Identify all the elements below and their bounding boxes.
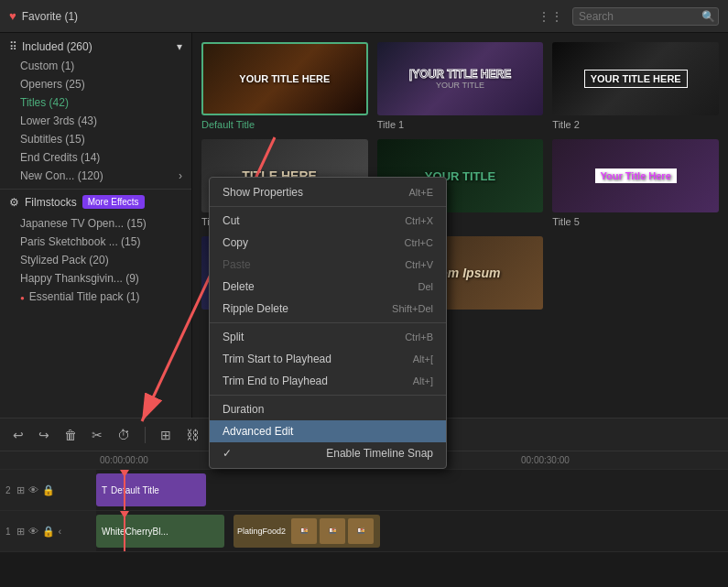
ctx-duration[interactable]: Duration	[210, 398, 446, 420]
ctx-delete[interactable]: Delete Del	[210, 276, 446, 298]
thumb-text-1: YOUR TITLE HERE	[235, 70, 333, 88]
ctx-cut[interactable]: Cut Ctrl+X	[210, 210, 446, 232]
grid-icon: ⋮⋮	[538, 9, 563, 24]
ctx-trim-start-shortcut: Alt+[	[413, 353, 433, 364]
thumb-preview-1: YOUR TITLE HERE	[201, 42, 368, 115]
sidebar-item-custom[interactable]: Custom (1)	[0, 57, 191, 75]
ctx-ripple-delete[interactable]: Ripple Delete Shift+Del	[210, 298, 446, 320]
track-2-eye-icon[interactable]: 👁	[28, 484, 38, 495]
ctx-advanced-edit[interactable]: Advanced Edit	[210, 420, 446, 442]
ctx-delete-shortcut: Del	[418, 281, 433, 292]
sidebar-item-endcredits[interactable]: End Credits (14)	[0, 148, 191, 167]
ctx-delete-label: Delete	[223, 280, 255, 293]
thumb-label-3: Title 2	[552, 119, 719, 130]
filmstock-paris[interactable]: Paris Sketchbook ... (15)	[0, 233, 191, 251]
ctx-paste-shortcut: Ctrl+V	[405, 259, 433, 270]
search-input[interactable]	[579, 10, 698, 23]
redo-button[interactable]: ↪	[35, 426, 53, 444]
timer-button[interactable]: ⏱	[114, 426, 134, 444]
ctx-duration-label: Duration	[223, 403, 264, 416]
ctx-enable-snap[interactable]: ✓ Enable Timeline Snap	[210, 442, 446, 464]
ctx-copy[interactable]: Copy Ctrl+C	[210, 232, 446, 254]
ctx-advanced-edit-label: Advanced Edit	[223, 425, 293, 438]
filmstocks-icon: ⚙	[9, 196, 19, 209]
food-thumb-2: 🍱	[320, 518, 345, 544]
delete-button[interactable]: 🗑	[60, 426, 81, 444]
cut-button[interactable]: ✂	[88, 426, 106, 444]
track-1-lock-icon[interactable]: 🔒	[42, 526, 55, 538]
track-1-add-icon[interactable]: ⊞	[16, 526, 25, 538]
ctx-trim-end[interactable]: Trim End to Playhead Alt+]	[210, 370, 446, 392]
ctx-trim-start-label: Trim Start to Playhead	[223, 353, 331, 365]
track-2-add-icon[interactable]: ⊞	[16, 484, 25, 496]
undo-button[interactable]: ↩	[9, 426, 27, 444]
timeline-tracks: 00:00:00:00 00:00:20:00 00:00:30:00 2 ⊞ …	[0, 451, 728, 587]
thumb-label-1: Default Title	[201, 119, 368, 130]
top-bar-left: ♥ Favorite (1)	[9, 9, 78, 23]
ctx-sep-1	[210, 206, 446, 207]
filmstock-japanese[interactable]: Japanese TV Open... (15)	[0, 214, 191, 233]
thumbnail-title1[interactable]: |YOUR TITLE HERE YOUR TITLE Title 1	[377, 42, 544, 130]
track-1-expand-icon[interactable]: ‹	[59, 526, 62, 537]
time-30: 00:00:30:00	[517, 455, 728, 465]
ctx-split[interactable]: Split Ctrl+B	[210, 326, 446, 348]
filmstock-essential[interactable]: Essential Title pack (1)	[0, 288, 191, 306]
food-clip-label: PlatingFood2	[237, 527, 286, 536]
thumb-text-6: Your Title Here	[595, 168, 677, 183]
track-controls-1: 1 ⊞ 👁 🔒 ‹	[0, 511, 96, 551]
ctx-copy-label: Copy	[223, 236, 248, 249]
track-2-number: 2	[5, 485, 11, 495]
top-bar: ♥ Favorite (1) ⋮⋮ 🔍	[0, 0, 728, 33]
ctx-trim-end-label: Trim End to Playhead	[223, 375, 328, 387]
track-1-eye-icon[interactable]: 👁	[28, 526, 38, 537]
food-clip[interactable]: PlatingFood2 🍱 🍱 🍱	[234, 515, 380, 548]
track-row-2: 2 ⊞ 👁 🔒 T Default Title	[0, 470, 728, 511]
unlink-button[interactable]: ⛓	[182, 426, 202, 444]
sidebar-item-titles[interactable]: Titles (42)	[0, 93, 191, 112]
ctx-show-properties-shortcut: Alt+E	[408, 187, 433, 198]
filmstocks-label: Filmstocks	[25, 196, 77, 209]
sidebar-item-newcon[interactable]: New Con... (120) ›	[0, 167, 191, 185]
ctx-enable-snap-check: ✓	[223, 447, 232, 460]
filmstock-stylized[interactable]: Stylized Pack (20)	[0, 251, 191, 269]
ctx-show-properties[interactable]: Show Properties Alt+E	[210, 181, 446, 203]
separator-1	[145, 427, 146, 443]
ctx-sep-3	[210, 395, 446, 396]
ctx-ripple-delete-label: Ripple Delete	[223, 302, 288, 315]
more-effects-button[interactable]: More Effects	[82, 195, 145, 209]
sidebar: ⠿ Included (260) ▾ Custom (1) Openers (2…	[0, 33, 192, 418]
thumbnail-default-title[interactable]: YOUR TITLE HERE Default Title	[201, 42, 368, 130]
thumb-preview-6: Your Title Here	[552, 139, 719, 212]
favorite-label[interactable]: Favorite (1)	[22, 10, 78, 23]
sidebar-item-openers[interactable]: Openers (25)	[0, 75, 191, 93]
track-content-1: WhiteCherryBl... PlatingFood2 🍱 🍱 🍱	[96, 511, 728, 551]
snap-button[interactable]: ⊞	[157, 426, 175, 444]
search-icon: 🔍	[701, 10, 715, 23]
thumb-label-6: Title 5	[552, 216, 719, 227]
title-clip[interactable]: T Default Title	[96, 473, 206, 506]
thumbnail-title2[interactable]: YOUR TITLE HERE Title 2	[552, 42, 719, 130]
title-clip-icon: T	[102, 485, 107, 495]
thumbnail-title5[interactable]: Your Title Here Title 5	[552, 139, 719, 227]
chevron-down-icon: ▾	[177, 40, 182, 53]
sidebar-item-lower3rds[interactable]: Lower 3rds (43)	[0, 112, 191, 130]
ctx-trim-start[interactable]: Trim Start to Playhead Alt+[	[210, 348, 446, 370]
included-header[interactable]: ⠿ Included (260) ▾	[0, 37, 191, 57]
filmstock-thanksgiving[interactable]: Happy Thanksgivin... (9)	[0, 269, 191, 288]
food-thumb-3: 🍱	[348, 518, 374, 544]
track-2-lock-icon[interactable]: 🔒	[42, 484, 55, 496]
cherry-clip[interactable]: WhiteCherryBl...	[96, 515, 224, 548]
ctx-cut-shortcut: Ctrl+X	[405, 215, 433, 226]
thumb-preview-3: YOUR TITLE HERE	[552, 42, 719, 115]
included-label: Included (260)	[22, 40, 92, 53]
ctx-cut-label: Cut	[223, 214, 240, 227]
included-section: ⠿ Included (260) ▾ Custom (1) Openers (2…	[0, 33, 191, 189]
food-thumb-1: 🍱	[291, 518, 317, 544]
grid-dots-icon: ⠿	[9, 40, 17, 53]
thumb-label-2: Title 1	[377, 119, 544, 130]
title-clip-label: Default Title	[111, 485, 159, 495]
sidebar-item-subtitles[interactable]: Subtitles (15)	[0, 130, 191, 148]
context-menu: Show Properties Alt+E Cut Ctrl+X Copy Ct…	[209, 177, 447, 469]
ctx-paste: Paste Ctrl+V	[210, 254, 446, 276]
filmstocks-header: ⚙ Filmstocks More Effects	[0, 189, 191, 214]
